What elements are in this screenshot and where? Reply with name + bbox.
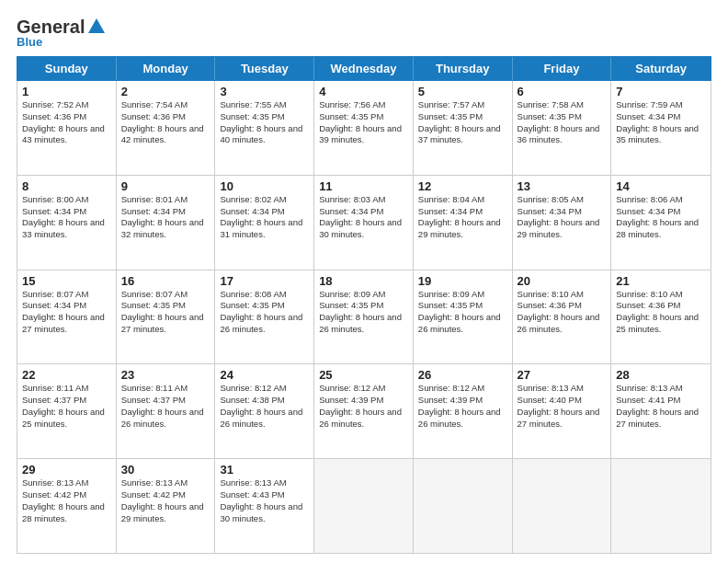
day-info: Sunrise: 8:06 AMSunset: 4:34 PMDaylight:… (616, 194, 706, 241)
day-number: 27 (518, 368, 607, 382)
calendar-cell: 30Sunrise: 8:13 AMSunset: 4:42 PMDayligh… (117, 459, 216, 553)
day-number: 2 (121, 85, 210, 98)
calendar-cell: 29Sunrise: 8:13 AMSunset: 4:42 PMDayligh… (17, 459, 117, 553)
logo-blue: Blue (17, 35, 42, 49)
day-info: Sunrise: 8:09 AMSunset: 4:35 PMDaylight:… (418, 289, 507, 336)
calendar-cell: 15Sunrise: 8:07 AMSunset: 4:34 PMDayligh… (17, 270, 117, 364)
day-number: 6 (518, 85, 607, 98)
day-info: Sunrise: 8:07 AMSunset: 4:35 PMDaylight:… (121, 289, 210, 336)
logo: General Blue (17, 17, 107, 49)
calendar-cell: 11Sunrise: 8:03 AMSunset: 4:34 PMDayligh… (314, 176, 414, 270)
day-number: 23 (121, 368, 210, 382)
day-info: Sunrise: 8:09 AMSunset: 4:35 PMDaylight:… (319, 289, 408, 336)
header-day-wednesday: Wednesday (314, 57, 414, 80)
header-day-saturday: Saturday (611, 57, 711, 80)
day-number: 30 (121, 463, 210, 477)
calendar-cell (314, 459, 414, 553)
logo-icon (86, 17, 107, 37)
day-info: Sunrise: 7:58 AMSunset: 4:35 PMDaylight:… (518, 99, 607, 146)
calendar-cell: 14Sunrise: 8:06 AMSunset: 4:34 PMDayligh… (611, 176, 711, 270)
day-info: Sunrise: 8:10 AMSunset: 4:36 PMDaylight:… (616, 289, 706, 336)
page-header: General Blue (17, 17, 711, 49)
day-info: Sunrise: 8:12 AMSunset: 4:38 PMDaylight:… (220, 383, 309, 430)
calendar-header: SundayMondayTuesdayWednesdayThursdayFrid… (17, 56, 711, 81)
calendar-cell: 28Sunrise: 8:13 AMSunset: 4:41 PMDayligh… (611, 364, 711, 458)
calendar: SundayMondayTuesdayWednesdayThursdayFrid… (17, 56, 711, 554)
day-number: 7 (616, 85, 706, 98)
calendar-cell: 3Sunrise: 7:55 AMSunset: 4:35 PMDaylight… (215, 81, 314, 175)
day-number: 1 (22, 85, 111, 98)
day-number: 31 (220, 463, 309, 477)
calendar-cell: 26Sunrise: 8:12 AMSunset: 4:39 PMDayligh… (414, 364, 513, 458)
day-info: Sunrise: 8:12 AMSunset: 4:39 PMDaylight:… (319, 383, 408, 430)
day-number: 25 (319, 368, 408, 382)
calendar-cell: 19Sunrise: 8:09 AMSunset: 4:35 PMDayligh… (414, 270, 513, 364)
day-number: 26 (418, 368, 507, 382)
calendar-cell (513, 459, 612, 553)
calendar-row-1: 1Sunrise: 7:52 AMSunset: 4:36 PMDaylight… (17, 81, 711, 176)
day-info: Sunrise: 8:11 AMSunset: 4:37 PMDaylight:… (22, 383, 111, 430)
day-number: 18 (319, 274, 408, 288)
logo-general: General (17, 17, 85, 36)
day-info: Sunrise: 8:13 AMSunset: 4:41 PMDaylight:… (616, 383, 706, 430)
day-number: 17 (220, 274, 309, 288)
calendar-cell (414, 459, 513, 553)
header-day-thursday: Thursday (414, 57, 513, 80)
day-info: Sunrise: 8:13 AMSunset: 4:42 PMDaylight:… (121, 477, 210, 524)
calendar-cell: 2Sunrise: 7:54 AMSunset: 4:36 PMDaylight… (117, 81, 216, 175)
day-info: Sunrise: 8:13 AMSunset: 4:42 PMDaylight:… (22, 477, 111, 524)
calendar-cell: 27Sunrise: 8:13 AMSunset: 4:40 PMDayligh… (513, 364, 612, 458)
day-info: Sunrise: 8:13 AMSunset: 4:43 PMDaylight:… (220, 477, 309, 524)
calendar-cell: 12Sunrise: 8:04 AMSunset: 4:34 PMDayligh… (414, 176, 513, 270)
day-info: Sunrise: 8:12 AMSunset: 4:39 PMDaylight:… (418, 383, 507, 430)
day-info: Sunrise: 8:08 AMSunset: 4:35 PMDaylight:… (220, 289, 309, 336)
calendar-cell: 4Sunrise: 7:56 AMSunset: 4:35 PMDaylight… (314, 81, 414, 175)
calendar-cell: 31Sunrise: 8:13 AMSunset: 4:43 PMDayligh… (215, 459, 314, 553)
calendar-cell: 1Sunrise: 7:52 AMSunset: 4:36 PMDaylight… (17, 81, 117, 175)
day-info: Sunrise: 8:10 AMSunset: 4:36 PMDaylight:… (518, 289, 607, 336)
calendar-cell: 13Sunrise: 8:05 AMSunset: 4:34 PMDayligh… (513, 176, 612, 270)
day-number: 9 (121, 179, 210, 193)
day-number: 12 (418, 179, 507, 193)
calendar-cell: 5Sunrise: 7:57 AMSunset: 4:35 PMDaylight… (414, 81, 513, 175)
calendar-cell: 21Sunrise: 8:10 AMSunset: 4:36 PMDayligh… (611, 270, 711, 364)
calendar-body: 1Sunrise: 7:52 AMSunset: 4:36 PMDaylight… (17, 81, 711, 554)
day-number: 4 (319, 85, 408, 98)
calendar-page: General Blue SundayMondayTuesdayWednesda… (0, 0, 728, 563)
calendar-cell: 22Sunrise: 8:11 AMSunset: 4:37 PMDayligh… (17, 364, 117, 458)
day-number: 28 (616, 368, 706, 382)
day-info: Sunrise: 7:57 AMSunset: 4:35 PMDaylight:… (418, 99, 507, 146)
day-info: Sunrise: 8:13 AMSunset: 4:40 PMDaylight:… (518, 383, 607, 430)
calendar-cell: 16Sunrise: 8:07 AMSunset: 4:35 PMDayligh… (117, 270, 216, 364)
day-info: Sunrise: 8:00 AMSunset: 4:34 PMDaylight:… (22, 194, 111, 241)
day-info: Sunrise: 8:07 AMSunset: 4:34 PMDaylight:… (22, 289, 111, 336)
day-number: 21 (616, 274, 706, 288)
calendar-row-2: 8Sunrise: 8:00 AMSunset: 4:34 PMDaylight… (17, 176, 711, 270)
day-info: Sunrise: 7:54 AMSunset: 4:36 PMDaylight:… (121, 99, 210, 146)
day-number: 3 (220, 85, 309, 98)
day-info: Sunrise: 8:11 AMSunset: 4:37 PMDaylight:… (121, 383, 210, 430)
calendar-cell: 25Sunrise: 8:12 AMSunset: 4:39 PMDayligh… (314, 364, 414, 458)
day-number: 24 (220, 368, 309, 382)
day-number: 13 (518, 179, 607, 193)
day-number: 11 (319, 179, 408, 193)
day-info: Sunrise: 8:01 AMSunset: 4:34 PMDaylight:… (121, 194, 210, 241)
day-info: Sunrise: 8:04 AMSunset: 4:34 PMDaylight:… (418, 194, 507, 241)
header-day-friday: Friday (513, 57, 612, 80)
day-info: Sunrise: 7:52 AMSunset: 4:36 PMDaylight:… (22, 99, 111, 146)
calendar-cell: 24Sunrise: 8:12 AMSunset: 4:38 PMDayligh… (215, 364, 314, 458)
day-info: Sunrise: 8:02 AMSunset: 4:34 PMDaylight:… (220, 194, 309, 241)
day-number: 14 (616, 179, 706, 193)
calendar-cell: 8Sunrise: 8:00 AMSunset: 4:34 PMDaylight… (17, 176, 117, 270)
calendar-cell: 6Sunrise: 7:58 AMSunset: 4:35 PMDaylight… (513, 81, 612, 175)
day-number: 5 (418, 85, 507, 98)
day-number: 8 (22, 179, 111, 193)
day-number: 19 (418, 274, 507, 288)
header-day-monday: Monday (117, 57, 216, 80)
calendar-cell: 17Sunrise: 8:08 AMSunset: 4:35 PMDayligh… (215, 270, 314, 364)
calendar-cell (611, 459, 711, 553)
calendar-cell: 9Sunrise: 8:01 AMSunset: 4:34 PMDaylight… (117, 176, 216, 270)
day-number: 16 (121, 274, 210, 288)
calendar-cell: 23Sunrise: 8:11 AMSunset: 4:37 PMDayligh… (117, 364, 216, 458)
header-day-sunday: Sunday (17, 57, 117, 80)
